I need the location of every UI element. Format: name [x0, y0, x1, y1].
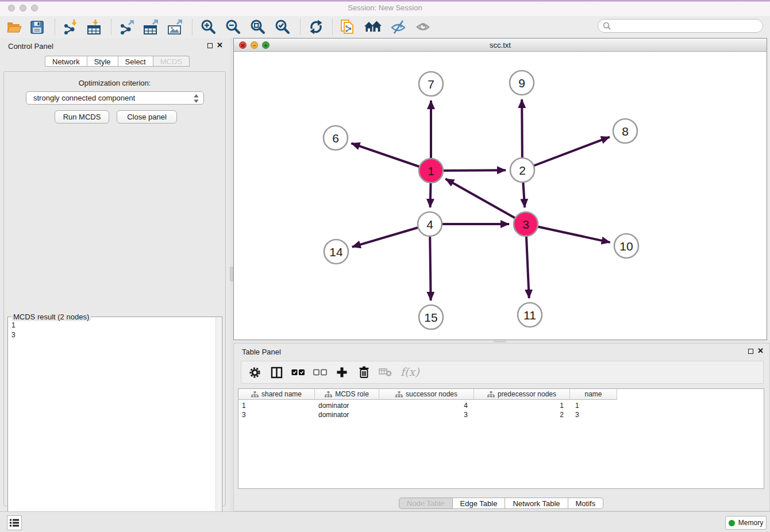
node-label-1: 1 [428, 164, 434, 178]
task-history-button[interactable] [7, 515, 22, 530]
network-file-title: scc.txt [234, 41, 767, 49]
optimization-criterion-dropdown[interactable]: strongly connected component [26, 91, 204, 105]
toolbar-separator [300, 19, 301, 35]
column-type-icon [251, 391, 259, 398]
tab-motifs[interactable]: Motifs [568, 498, 604, 509]
search-field[interactable] [598, 19, 763, 33]
column-header-name[interactable]: name [570, 389, 617, 400]
column-type-icon [487, 391, 495, 398]
table-panel-title: Table Panel [242, 348, 281, 356]
export-network-icon[interactable] [117, 17, 136, 37]
delete-table-icon[interactable] [377, 364, 394, 380]
settings-gear-icon[interactable] [246, 364, 263, 380]
table-row[interactable]: 1 dominator 4 1 1 [238, 401, 617, 410]
mcds-result-box[interactable]: MCDS result (2 nodes) 13 [7, 317, 222, 532]
column-header-successor-nodes[interactable]: successor nodes [379, 389, 474, 400]
import-network-icon[interactable] [60, 17, 80, 37]
refresh-icon[interactable] [306, 17, 326, 37]
float-panel-icon[interactable] [207, 43, 213, 48]
network-window-titlebar[interactable]: ✕ – + scc.txt [234, 38, 767, 52]
node-label-14: 14 [329, 245, 343, 259]
control-panel-title: Control Panel [8, 42, 53, 51]
table-row[interactable]: 3 dominator 3 2 3 [238, 410, 617, 419]
delete-column-icon[interactable] [355, 364, 372, 380]
open-file-icon[interactable] [4, 17, 24, 37]
mcds-panel: Optimization criterion: strongly connect… [3, 71, 226, 506]
mcds-result-lines: 13 [11, 321, 16, 340]
import-table-icon[interactable] [84, 17, 104, 37]
cell-mcds-role[interactable]: dominator [315, 401, 379, 410]
close-table-panel-icon[interactable]: ✕ [757, 346, 764, 356]
split-columns-icon[interactable] [268, 364, 285, 380]
toolbar-separator [192, 19, 192, 35]
deselect-checkboxes-icon[interactable] [311, 364, 329, 380]
clone-network-icon[interactable] [338, 17, 357, 37]
tab-style[interactable]: Style [87, 56, 118, 67]
cell-successor-nodes[interactable]: 4 [379, 401, 474, 410]
cell-name[interactable]: 3 [570, 410, 617, 419]
dropdown-stepper-icon [194, 94, 199, 105]
cell-predecessor-nodes[interactable]: 1 [474, 401, 570, 410]
save-session-icon[interactable] [27, 17, 47, 37]
export-table-icon[interactable] [141, 17, 160, 37]
memory-status-icon [729, 520, 735, 526]
node-label-2: 2 [519, 164, 526, 177]
node-table: shared name MCDS role successor nodes pr… [238, 388, 764, 489]
first-neighbors-icon[interactable] [363, 17, 383, 37]
toolbar-separator [332, 19, 333, 35]
column-header-shared-name[interactable]: shared name [238, 389, 315, 400]
edge-2-8[interactable] [522, 137, 610, 170]
zoom-fit-icon[interactable] [248, 17, 267, 37]
toolbar-separator [55, 19, 55, 35]
tab-network-table[interactable]: Network Table [505, 498, 568, 509]
table-header-row: shared name MCDS role successor nodes pr… [238, 389, 617, 400]
network-canvas[interactable]: 7968124314101511 [234, 52, 767, 340]
tab-node-table[interactable]: Node Table [399, 498, 453, 509]
splitter-handle[interactable] [494, 341, 506, 342]
node-label-4: 4 [426, 218, 433, 231]
function-builder-icon[interactable]: f(x) [399, 364, 423, 380]
memory-button[interactable]: Memory [725, 516, 767, 530]
run-mcds-button[interactable]: Run MCDS [55, 110, 109, 124]
cell-predecessor-nodes[interactable]: 2 [474, 410, 570, 419]
column-header-mcds-role[interactable]: MCDS role [315, 389, 379, 400]
node-label-15: 15 [424, 311, 437, 324]
edge-3-1[interactable] [445, 179, 526, 224]
tab-network[interactable]: Network [45, 56, 87, 67]
cell-mcds-role[interactable]: dominator [315, 410, 379, 419]
edge-3-10[interactable] [526, 224, 610, 242]
zoom-selected-icon[interactable] [272, 17, 292, 37]
cell-shared-name[interactable]: 1 [238, 401, 315, 410]
tab-mcds[interactable]: MCDS [153, 56, 190, 67]
table-tabs: Node Table Edge Table Network Table Moti… [399, 498, 603, 509]
network-graph[interactable]: 7968124314101511 [234, 52, 767, 340]
status-bar: Memory [0, 511, 770, 532]
column-header-predecessor-nodes[interactable]: predecessor nodes [474, 389, 570, 400]
add-column-icon[interactable] [333, 364, 351, 380]
node-label-10: 10 [619, 240, 633, 253]
close-panel-icon[interactable]: ✕ [217, 41, 223, 50]
cell-shared-name[interactable]: 3 [238, 410, 315, 419]
zoom-in-icon[interactable] [198, 17, 218, 37]
tab-select[interactable]: Select [118, 56, 153, 67]
search-icon [603, 22, 611, 30]
export-image-icon[interactable] [165, 17, 184, 37]
table-toolbar: f(x) [241, 361, 764, 384]
session-title: Session: New Session [0, 3, 770, 12]
close-panel-button[interactable]: Close panel [117, 110, 177, 124]
search-input[interactable] [614, 21, 763, 30]
show-all-icon[interactable] [413, 17, 433, 37]
select-all-checkboxes-icon[interactable] [290, 364, 307, 380]
result-scrollbar[interactable] [215, 318, 221, 532]
control-panel-tabs: Network Style Select MCDS [45, 56, 190, 68]
float-table-panel-icon[interactable] [748, 349, 753, 354]
node-label-6: 6 [332, 132, 339, 145]
control-panel: Control Panel ✕ Network Style Select MCD… [0, 38, 230, 511]
cell-successor-nodes[interactable]: 3 [379, 410, 474, 419]
tab-edge-table[interactable]: Edge Table [453, 498, 506, 509]
svg-text:f(x): f(x) [401, 365, 420, 378]
zoom-out-icon[interactable] [223, 17, 242, 37]
cell-name[interactable]: 1 [570, 401, 617, 410]
hide-selected-icon[interactable] [388, 17, 408, 37]
toolbar-separator [111, 19, 111, 35]
